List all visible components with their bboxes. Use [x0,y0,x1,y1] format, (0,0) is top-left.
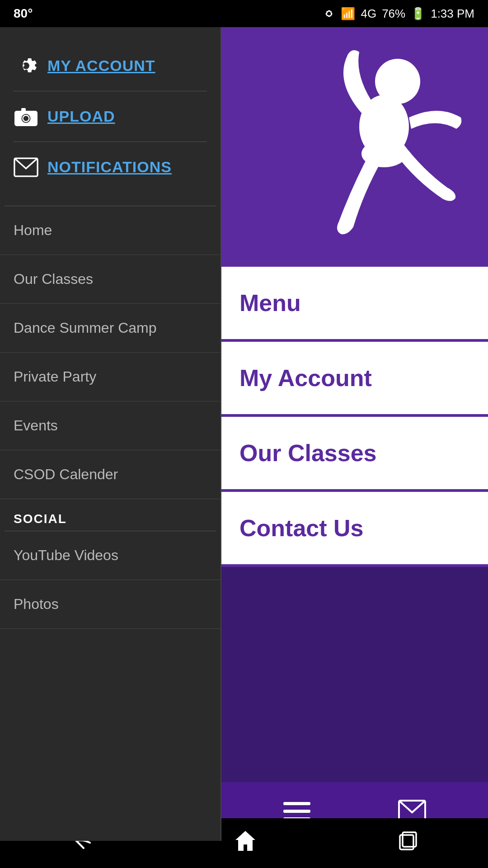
home-button[interactable] [234,829,257,858]
camera-icon [14,104,38,129]
menu-card-my-account-label: My Account [239,364,372,392]
content-area: Menu My Account Our Classes Contact Us [221,27,488,841]
svg-rect-10 [283,802,310,805]
svg-rect-11 [283,810,310,813]
sidebar: MY ACCOUNT UPLOAD [0,27,221,841]
battery-percent: 76% [382,7,405,21]
menu-card-contact-us-label: Contact Us [239,514,363,542]
notifications-label: NOTIFICATIONS [47,158,172,176]
sidebar-item-home[interactable]: Home [0,206,221,255]
menu-card-menu-label: Menu [239,289,301,316]
sidebar-top-actions: MY ACCOUNT UPLOAD [0,27,221,206]
menu-card-my-account[interactable]: My Account [221,342,488,417]
bluetooth-icon: ⭘ [324,7,335,21]
sidebar-item-our-classes[interactable]: Our Classes [0,255,221,304]
svg-point-8 [375,59,420,104]
upload-label: UPLOAD [47,108,115,125]
menu-cards: Menu My Account Our Classes Contact Us [221,267,488,782]
time: 1:33 PM [431,7,474,21]
recents-button[interactable] [397,830,418,856]
sidebar-item-dance-summer-camp[interactable]: Dance Summer Camp [0,304,221,353]
main-container: MY ACCOUNT UPLOAD [0,27,488,841]
temperature: 80° [14,6,33,21]
mail-icon [14,155,38,179]
sidebar-item-private-party[interactable]: Private Party [0,353,221,401]
sidebar-action-upload[interactable]: UPLOAD [9,91,211,142]
status-bar: 80° ⭘ 📶 4G 76% 🔋 1:33 PM [0,0,488,27]
menu-card-contact-us[interactable]: Contact Us [221,492,488,567]
menu-card-menu[interactable]: Menu [221,267,488,342]
sidebar-action-notifications[interactable]: NOTIFICATIONS [9,142,211,192]
svg-point-9 [361,140,407,167]
wifi-icon: 📶 [341,7,355,21]
sidebar-item-photos[interactable]: Photos [0,580,221,629]
social-nav: YouTube Videos Photos [0,531,221,629]
social-section-label: SOCIAL [0,499,221,531]
status-icons: ⭘ 📶 4G 76% 🔋 1:33 PM [324,7,474,21]
sidebar-item-events[interactable]: Events [0,401,221,450]
menu-card-our-classes[interactable]: Our Classes [221,417,488,492]
sidebar-nav: Home Our Classes Dance Summer Camp Priva… [0,206,221,499]
svg-rect-3 [21,108,26,112]
battery-icon: 🔋 [411,7,425,21]
sidebar-item-csod-calender[interactable]: CSOD Calender [0,450,221,499]
my-account-label: MY ACCOUNT [47,57,155,75]
sidebar-action-my-account[interactable]: MY ACCOUNT [9,41,211,91]
svg-rect-4 [33,113,36,115]
signal-icon: 4G [361,7,376,21]
svg-marker-14 [235,831,255,851]
menu-card-our-classes-label: Our Classes [239,439,377,467]
gear-icon [14,53,38,78]
sidebar-item-youtube-videos[interactable]: YouTube Videos [0,531,221,580]
hero-image [221,27,488,267]
